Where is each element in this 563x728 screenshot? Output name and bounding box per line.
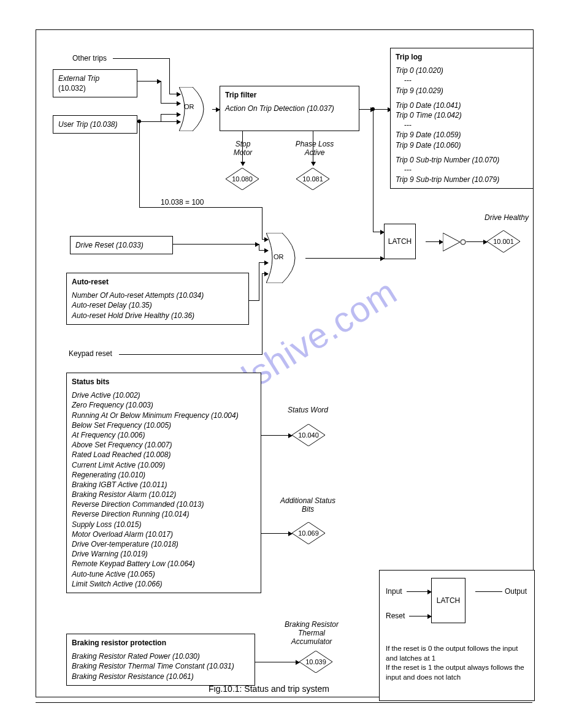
- arrow: [261, 533, 292, 534]
- diamond-10081: 10.081: [296, 168, 329, 190]
- box-external-trip: External Trip (10.032): [53, 69, 137, 97]
- triplog-row: Trip 9 (10.029): [396, 86, 528, 96]
- arrow: [161, 114, 180, 115]
- figure-caption: Fig.10.1: Status and trip system: [209, 684, 329, 694]
- line: [259, 262, 259, 301]
- diamond-10001: 10.001: [487, 230, 520, 252]
- latch-block: LATCH: [384, 224, 416, 259]
- box-trip-log: Trip log Trip 0 (10.020)---Trip 9 (10.02…: [390, 48, 534, 189]
- status-row: Zero Frequency (10.003): [72, 400, 256, 410]
- line: [475, 591, 502, 592]
- text: User Trip (10.038): [58, 120, 117, 129]
- status-row: Drive Active (10.002): [72, 390, 256, 400]
- triplog-row: Trip 9 Date (10.059): [396, 130, 528, 140]
- line: [161, 81, 161, 103]
- status-row: At Frequency (10.006): [72, 430, 256, 440]
- status-row: Rated Load Reached (10.008): [72, 450, 256, 460]
- latch-reset-label: Reset: [386, 611, 405, 621]
- line: [262, 273, 262, 355]
- diamond-label: 10.040: [292, 424, 325, 446]
- label-brk-therm: Braking Resistor Thermal Accumulator: [275, 620, 348, 646]
- status-row: Running At Or Below Minimum Frequency (1…: [72, 411, 256, 420]
- status-row: Regenerating (10.010): [72, 470, 256, 480]
- label-other-trips: Other trips: [72, 54, 107, 63]
- label-keypad-reset: Keypad reset: [69, 349, 112, 358]
- triplog-row: ---: [396, 75, 528, 85]
- triplog-row: Trip 0 Sub-trip Number (10.070): [396, 155, 528, 165]
- triplog-row: Trip 9 Sub-trip Number (10.079): [396, 175, 528, 184]
- box-auto-reset: Auto-reset Number Of Auto-reset Attempts…: [66, 273, 249, 325]
- svg-marker-2: [443, 233, 460, 251]
- box-trip-filter: Trip filter Action On Trip Detection (10…: [220, 86, 359, 131]
- svg-point-3: [461, 240, 465, 245]
- status-row: Supply Loss (10.015): [72, 520, 256, 529]
- status-row: Auto-tune Active (10.065): [72, 569, 256, 579]
- footer-rule: [36, 702, 532, 703]
- triplog-row: ---: [396, 120, 528, 130]
- arrow: [212, 109, 220, 110]
- status-row: Drive Warning (10.019): [72, 549, 256, 559]
- arrow: [305, 258, 384, 259]
- arrow: [409, 616, 431, 616]
- text: Drive Reset (10.033): [75, 241, 144, 249]
- diamond-10069: 10.069: [292, 522, 325, 544]
- text: (10.032): [58, 83, 132, 93]
- text-title: Trip log: [396, 52, 528, 62]
- line: [119, 354, 262, 355]
- box-user-trip: User Trip (10.038): [53, 115, 137, 134]
- diamond-label: 10.039: [299, 651, 332, 673]
- text: Auto-reset Delay (10.35): [72, 300, 243, 310]
- arrow: [373, 232, 384, 232]
- latch-label: LATCH: [437, 596, 460, 605]
- box-latch-explain: Input Reset LATCH Output If the reset is…: [379, 570, 535, 701]
- status-row: Below Set Frequency (10.005): [72, 420, 256, 430]
- arrow: [161, 103, 180, 104]
- triplog-row: ---: [396, 165, 528, 175]
- status-row: Current Limit Active (10.009): [72, 460, 256, 470]
- line: [173, 244, 259, 245]
- latch-in-label: Input: [386, 586, 402, 596]
- status-row: Reverse Direction Running (10.014): [72, 509, 256, 519]
- or-label-2: OR: [274, 253, 284, 260]
- or-gate-2: [266, 233, 309, 286]
- line: [262, 207, 262, 239]
- box-status-bits: Status bits Drive Active (10.002)Zero Fr…: [66, 373, 261, 593]
- line: [139, 207, 262, 208]
- label-phase-loss: Phase Loss Active: [291, 140, 338, 157]
- text-title: Braking resistor protection: [72, 638, 250, 648]
- not-gate: [443, 233, 467, 254]
- diamond-10040: 10.040: [292, 424, 325, 446]
- text: Braking Resistor Rated Power (10.030): [72, 651, 250, 661]
- triplog-row: [396, 96, 528, 100]
- label-stop-motor: Stop Motor: [227, 140, 259, 157]
- triplog-row: Trip 0 Time (10.042): [396, 110, 528, 120]
- status-row: Remote Keypad Battery Low (10.064): [72, 559, 256, 569]
- triplog-row: Trip 9 Date (10.060): [396, 140, 528, 150]
- line: [137, 121, 180, 122]
- status-row: Drive Over-temperature (10.018): [72, 539, 256, 549]
- status-row: Braking IGBT Active (10.011): [72, 480, 256, 490]
- label-status-word: Status Word: [283, 406, 332, 414]
- status-row: Above Set Frequency (10.007): [72, 440, 256, 450]
- latch-out-label: Output: [505, 586, 527, 596]
- label-drive-healthy: Drive Healthy: [484, 213, 529, 222]
- latch-mini: LATCH: [431, 578, 465, 623]
- text-sub: Action On Trip Detection (10.037): [225, 104, 354, 113]
- line: [169, 58, 170, 94]
- line: [259, 244, 259, 250]
- or-gate-1: [179, 87, 216, 134]
- line: [249, 300, 259, 301]
- status-row: Motor Overload Alarm (10.017): [72, 529, 256, 539]
- latch-label: LATCH: [388, 237, 412, 246]
- latch-note-1: If the reset is 0 the output follows the…: [386, 644, 528, 663]
- text: External Trip: [58, 74, 132, 83]
- diamond-10039: 10.039: [299, 651, 332, 673]
- text: Braking Resistor Thermal Time Constant (…: [72, 661, 250, 671]
- line: [139, 121, 140, 207]
- line: [137, 81, 161, 82]
- diamond-label: 10.001: [487, 230, 520, 252]
- label-add-status: Additional Status Bits: [271, 496, 345, 514]
- box-drive-reset: Drive Reset (10.033): [70, 236, 173, 254]
- diamond-label: 10.080: [226, 168, 259, 190]
- line: [373, 109, 373, 232]
